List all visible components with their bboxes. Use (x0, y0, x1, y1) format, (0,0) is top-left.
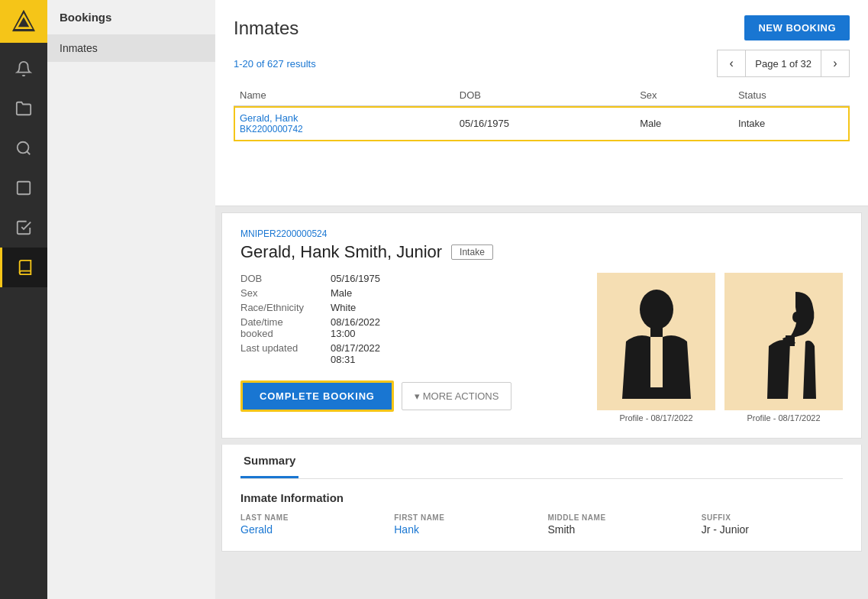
field-suffix: SUFFIX Jr - Junior (702, 513, 843, 536)
summary-tabs: Summary (240, 445, 843, 479)
last-updated-value: 08/17/202208:31 (331, 342, 582, 365)
col-name: Name (234, 85, 453, 106)
nav-header: Bookings (47, 0, 215, 34)
middle-name-value: Smith (548, 523, 689, 536)
inmate-name-link[interactable]: Gerald, Hank (240, 112, 298, 124)
last-updated-label: Last updated (240, 342, 324, 365)
inmate-detail-panel: MNIPER2200000524 Gerald, Hank Smith, Jun… (221, 212, 862, 439)
page-info: Page 1 of 32 (745, 50, 821, 76)
sidebar-item-tasks[interactable] (0, 208, 47, 248)
nav-panel: Bookings Inmates (47, 0, 215, 599)
table-row[interactable]: Gerald, Hank BK2200000742 05/16/1975 Mal… (234, 106, 850, 141)
photo-card-side: Profile - 08/17/2022 (724, 273, 843, 423)
page-title: Inmates (234, 18, 298, 39)
svg-point-6 (640, 290, 673, 329)
inmate-id: BK2200000742 (240, 124, 447, 134)
race-label: Race/Ethnicity (240, 302, 324, 313)
svg-line-4 (27, 151, 30, 154)
inmate-info-title: Inmate Information (240, 491, 843, 504)
nav-item-inmates[interactable]: Inmates (47, 34, 215, 62)
datetime-value: 08/16/202213:00 (331, 316, 582, 339)
datetime-label: Date/timebooked (240, 316, 324, 339)
sidebar-item-barcode[interactable] (0, 168, 47, 208)
more-actions-button[interactable]: ▾ MORE ACTIONS (402, 382, 512, 410)
next-page-button[interactable]: › (821, 50, 849, 76)
first-name-label: FIRST NAME (394, 513, 535, 522)
inmate-dob: 05/16/1975 (453, 106, 634, 141)
inmate-status: Intake (732, 106, 850, 141)
race-value: White (331, 302, 582, 313)
sidebar-logo (0, 0, 47, 43)
summary-section: Summary Inmate Information LAST NAME Ger… (221, 445, 862, 552)
detail-full-name: Gerald, Hank Smith, Junior (240, 242, 442, 262)
inmates-table: Name DOB Sex Status Gerald, Hank BK22000… (234, 85, 850, 141)
chevron-down-icon: ▾ (415, 390, 420, 402)
photos-area: Profile - 08/17/2022 (597, 273, 843, 423)
info-grid: LAST NAME Gerald FIRST NAME Hank MIDDLE … (240, 513, 843, 536)
photo-front (597, 273, 715, 410)
suffix-value: Jr - Junior (702, 523, 843, 536)
suffix-label: SUFFIX (702, 513, 843, 522)
field-first-name: FIRST NAME Hank (394, 513, 535, 536)
results-count: 1-20 of 627 results (234, 58, 316, 70)
svg-point-9 (792, 312, 800, 322)
sidebar-item-search[interactable] (0, 128, 47, 168)
sidebar-item-notifications[interactable] (0, 49, 47, 89)
detail-fields: DOB 05/16/1975 Sex Male Race/Ethnicity W… (240, 273, 582, 365)
dob-value: 05/16/1975 (331, 273, 582, 284)
sidebar (0, 0, 47, 599)
col-status: Status (732, 85, 850, 106)
prev-page-button[interactable]: ‹ (718, 50, 745, 76)
first-name-value: Hank (394, 523, 535, 536)
middle-name-label: MIDDLE NAME (548, 513, 689, 522)
photo-front-caption: Profile - 08/17/2022 (619, 413, 692, 423)
sex-value: Male (331, 287, 582, 299)
inmate-sex: Male (634, 106, 732, 141)
svg-point-3 (18, 142, 29, 154)
sex-label: Sex (240, 287, 324, 299)
right-section: Inmates NEW BOOKING 1-20 of 627 results … (215, 0, 868, 599)
field-middle-name: MIDDLE NAME Smith (548, 513, 689, 536)
photo-card-front: Profile - 08/17/2022 (597, 273, 715, 423)
detail-mniper: MNIPER2200000524 (240, 228, 843, 239)
dob-label: DOB (240, 273, 324, 284)
action-buttons: COMPLETE BOOKING ▾ MORE ACTIONS (240, 380, 582, 412)
new-booking-button[interactable]: NEW BOOKING (744, 15, 850, 40)
photo-side-caption: Profile - 08/17/2022 (747, 413, 820, 423)
photo-side (724, 273, 843, 410)
pagination-controls: ‹ Page 1 of 32 › (717, 50, 850, 77)
inmates-list-panel: Inmates NEW BOOKING 1-20 of 627 results … (215, 0, 868, 206)
last-name-label: LAST NAME (240, 513, 382, 522)
detail-status-badge: Intake (451, 244, 493, 260)
complete-booking-button[interactable]: COMPLETE BOOKING (240, 380, 394, 412)
tab-summary[interactable]: Summary (240, 445, 298, 478)
sidebar-item-files[interactable] (0, 89, 47, 128)
col-sex: Sex (634, 85, 732, 106)
last-name-value: Gerald (240, 523, 382, 536)
svg-rect-7 (650, 326, 663, 337)
sidebar-item-bookings[interactable] (0, 248, 47, 287)
col-dob: DOB (453, 85, 634, 106)
field-last-name: LAST NAME Gerald (240, 513, 382, 536)
